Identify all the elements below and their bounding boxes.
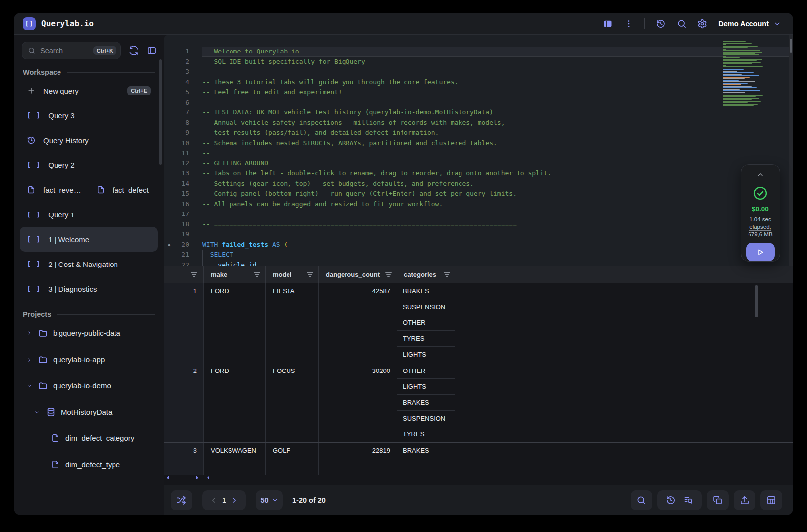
search-input[interactable]: Search Ctrl+K bbox=[22, 42, 121, 59]
code-line[interactable]: 14-- Settings (gear icon, top) - set bud… bbox=[164, 179, 793, 189]
make-cell[interactable]: FORD bbox=[203, 363, 265, 442]
category-value-cell[interactable]: LIGHTS bbox=[397, 347, 455, 363]
make-cell[interactable] bbox=[203, 459, 265, 475]
category-value-cell[interactable]: BRAKES bbox=[397, 395, 455, 411]
code-line[interactable]: 17-- bbox=[164, 209, 793, 219]
column-header-model[interactable]: model bbox=[265, 266, 318, 283]
page-size-select[interactable]: 50 bbox=[256, 490, 283, 510]
export-results-button[interactable] bbox=[734, 490, 755, 510]
layout-panels-icon[interactable] bbox=[603, 19, 613, 29]
category-value-cell[interactable]: TYRES bbox=[397, 426, 455, 442]
row-number-header[interactable] bbox=[164, 266, 203, 283]
tree-item-querylab-io-demo[interactable]: querylab-io-demo bbox=[20, 372, 158, 399]
code-line[interactable]: 10-- Schema includes nested STRUCTs, ARR… bbox=[164, 138, 793, 149]
tree-item-bigquery-public-data[interactable]: bigquery-public-data bbox=[20, 320, 158, 346]
search-icon[interactable] bbox=[677, 19, 687, 29]
code-line[interactable]: 4-- These 3 tutorial tabs will guide you… bbox=[164, 77, 793, 88]
category-value-cell[interactable]: BRAKES bbox=[397, 443, 455, 459]
row-number-cell[interactable]: 2 bbox=[164, 363, 203, 442]
code-line[interactable]: 18-- ===================================… bbox=[164, 219, 793, 230]
editor-scrollbar[interactable] bbox=[789, 35, 793, 266]
scroll-right-arrow-icon[interactable] bbox=[196, 476, 198, 479]
code-line[interactable]: 12-- GETTING AROUND bbox=[164, 159, 793, 169]
sidebar-item-1-welcome[interactable]: [ ]1 | Welcome bbox=[20, 227, 158, 252]
new-query-button[interactable]: New query Ctrl+E bbox=[20, 78, 158, 103]
code-line[interactable]: 8-- Annual vehicle safety inspections - … bbox=[164, 118, 793, 128]
history-icon[interactable] bbox=[656, 19, 666, 29]
prev-page-icon[interactable] bbox=[210, 496, 218, 504]
search-results-button[interactable] bbox=[631, 490, 652, 510]
row-number-cell[interactable]: 3 bbox=[164, 443, 203, 459]
code-area[interactable]: 1-- Welcome to Querylab.io2-- SQL IDE bu… bbox=[164, 47, 793, 266]
account-menu[interactable]: Demo Account bbox=[718, 20, 781, 28]
category-value-cell[interactable]: SUSPENSION bbox=[397, 299, 455, 315]
sidebar-item-query-history[interactable]: Query History bbox=[20, 128, 158, 153]
search-in-data-icon[interactable] bbox=[684, 495, 693, 505]
code-line[interactable]: 2-- SQL IDE built specifically for BigQu… bbox=[164, 57, 793, 67]
chevron-down-icon[interactable] bbox=[26, 383, 33, 389]
collapse-panel-icon[interactable] bbox=[756, 171, 764, 179]
copy-results-button[interactable] bbox=[707, 490, 729, 510]
history-icon[interactable] bbox=[666, 495, 676, 505]
sidebar-item-query-2[interactable]: [ ]Query 2 bbox=[20, 153, 158, 177]
tree-item-dim-defect-type[interactable]: dim_defect_type bbox=[20, 451, 158, 478]
code-line[interactable]: 16-- All panels can be dragged and resiz… bbox=[164, 199, 793, 210]
tree-item-querylab-io-app[interactable]: querylab-io-app bbox=[20, 346, 158, 372]
tree-item-dim-defect-category[interactable]: dim_defect_category bbox=[20, 425, 158, 451]
code-line[interactable]: 22 vehicle_id bbox=[164, 260, 793, 266]
code-line[interactable]: 1-- Welcome to Querylab.io bbox=[164, 47, 793, 57]
kebab-menu-icon[interactable] bbox=[624, 19, 634, 29]
category-value-cell[interactable]: TYRES bbox=[397, 331, 455, 347]
breakpoint-marker-icon[interactable]: ◆ bbox=[168, 240, 170, 250]
code-line[interactable]: 9-- test results (pass/fail), and detail… bbox=[164, 128, 793, 138]
make-cell[interactable]: FORD bbox=[203, 283, 265, 363]
filter-icon[interactable] bbox=[191, 272, 197, 277]
category-value-cell[interactable] bbox=[397, 459, 455, 475]
chevron-down-icon[interactable] bbox=[34, 409, 41, 415]
code-line[interactable]: 11-- bbox=[164, 148, 793, 159]
column-header-dangerous-count[interactable]: dangerous_count bbox=[318, 266, 397, 283]
model-cell[interactable] bbox=[265, 459, 318, 475]
shuffle-button[interactable] bbox=[171, 490, 192, 510]
results-vertical-scrollbar[interactable] bbox=[755, 285, 758, 317]
toggle-sidebar-icon[interactable] bbox=[147, 46, 157, 55]
model-cell[interactable]: FOCUS bbox=[265, 363, 318, 442]
make-cell[interactable]: VOLKSWAGEN bbox=[203, 443, 265, 459]
editor-minimap[interactable] bbox=[722, 40, 765, 108]
code-line[interactable]: 21 SELECT bbox=[164, 250, 793, 260]
table-view-button[interactable] bbox=[760, 490, 782, 510]
column-header-make[interactable]: make bbox=[203, 266, 265, 283]
category-value-cell[interactable]: OTHER bbox=[397, 363, 455, 379]
category-value-cell[interactable]: BRAKES bbox=[397, 283, 455, 299]
code-line[interactable]: 15-- Config panel (bottom right) - run q… bbox=[164, 189, 793, 199]
run-query-button[interactable] bbox=[746, 243, 775, 261]
sql-editor[interactable]: 1-- Welcome to Querylab.io2-- SQL IDE bu… bbox=[164, 35, 793, 266]
sidebar-scrollbar[interactable] bbox=[159, 59, 162, 165]
sidebar-item-2-cost-navigation[interactable]: [ ]2 | Cost & Navigation bbox=[20, 252, 158, 276]
sidebar-item-3-diagnostics[interactable]: [ ]3 | Diagnostics bbox=[20, 276, 158, 301]
next-page-icon[interactable] bbox=[231, 496, 238, 504]
column-header-categories[interactable]: categories bbox=[397, 266, 455, 283]
row-number-cell[interactable] bbox=[164, 459, 203, 475]
category-value-cell[interactable]: OTHER bbox=[397, 315, 455, 331]
code-line[interactable]: ◆20WITH failed_tests AS ( bbox=[164, 240, 793, 250]
code-line[interactable]: 3-- bbox=[164, 67, 793, 77]
filter-icon[interactable] bbox=[302, 272, 313, 277]
sidebar-item-query-3[interactable]: [ ]Query 3 bbox=[20, 103, 158, 128]
dangerous-count-cell[interactable]: 42587 bbox=[318, 283, 397, 363]
code-line[interactable]: 6-- bbox=[164, 98, 793, 108]
filter-icon[interactable] bbox=[380, 272, 392, 277]
category-value-cell[interactable]: SUSPENSION bbox=[397, 411, 455, 426]
row-number-cell[interactable]: 1 bbox=[164, 283, 203, 363]
dangerous-count-cell[interactable]: 22819 bbox=[318, 443, 397, 459]
settings-gear-icon[interactable] bbox=[697, 19, 707, 29]
scroll-left-arrow-icon[interactable] bbox=[207, 476, 209, 479]
sidebar-item-fact-reven[interactable]: fact_reven... bbox=[20, 177, 89, 202]
refresh-icon[interactable] bbox=[129, 46, 139, 55]
code-line[interactable]: 5-- Feel free to edit and experiment! bbox=[164, 87, 793, 98]
results-horizontal-scrollbar[interactable] bbox=[164, 475, 461, 480]
chevron-right-icon[interactable] bbox=[26, 357, 33, 363]
dangerous-count-cell[interactable]: 30200 bbox=[318, 363, 397, 442]
sidebar-item-fact-defect[interactable]: fact_defect bbox=[89, 177, 158, 202]
code-line[interactable]: 7-- TEST DATA: UK MOT vehicle test histo… bbox=[164, 107, 793, 118]
